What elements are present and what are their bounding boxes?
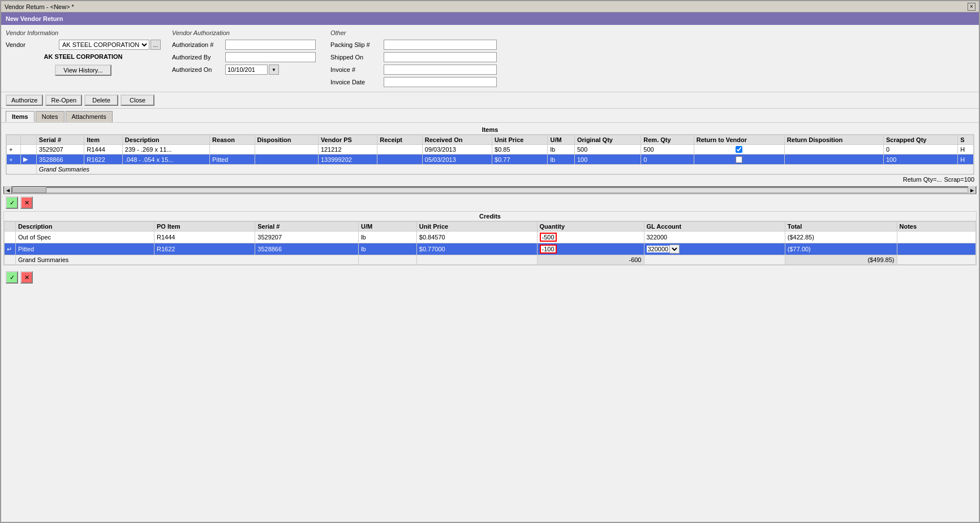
cell-s1: H xyxy=(958,145,974,155)
header-bar: New Vendor Return xyxy=(1,12,979,25)
view-history-button[interactable]: View History... xyxy=(55,65,111,76)
col-disposition: Disposition xyxy=(255,135,318,145)
authorized-on-label: Authorized On xyxy=(172,66,223,73)
items-edit-buttons: ✓ ✕ xyxy=(1,194,979,211)
col-reason: Reason xyxy=(210,135,255,145)
authorize-button[interactable]: Authorize xyxy=(6,95,43,106)
items-table-container[interactable]: Serial # Item Description Reason Disposi… xyxy=(6,134,974,175)
credit-unit-price2: $0.77000 xyxy=(416,243,537,255)
close-button[interactable]: Close xyxy=(121,95,154,106)
col-serial: Serial # xyxy=(36,135,84,145)
window-title: Vendor Return - <New> * xyxy=(5,3,74,10)
title-bar: Vendor Return - <New> * × xyxy=(1,1,979,12)
authorized-on-input[interactable] xyxy=(225,65,268,75)
cell-expand2b[interactable]: ▶ xyxy=(21,155,37,165)
credit-quantity2: -100 xyxy=(537,243,644,255)
cell-s2: H xyxy=(958,155,974,165)
scroll-left-button[interactable]: ◀ xyxy=(4,186,12,194)
credit-desc1: Out of Spec xyxy=(16,232,154,243)
scrollbar-thumb[interactable] xyxy=(12,187,46,193)
cell-um2: lb xyxy=(548,155,575,165)
confirm-credits-button[interactable]: ✓ xyxy=(6,271,18,284)
cell-return-vendor1[interactable] xyxy=(694,145,784,155)
re-open-button[interactable]: Re-Open xyxy=(45,95,82,106)
credit-serial2: 3528866 xyxy=(255,243,359,255)
packing-slip-input[interactable] xyxy=(384,40,497,50)
col-received-on: Received On xyxy=(422,135,492,145)
credit-quantity-box1: -500 xyxy=(540,233,557,242)
col-desc: Description xyxy=(16,222,154,232)
date-picker-button[interactable]: ▼ xyxy=(269,65,279,75)
credit-edit-icon1 xyxy=(5,232,16,243)
packing-slip-label: Packing Slip # xyxy=(330,41,381,48)
cell-scrapped2: 100 xyxy=(883,155,957,165)
authorized-by-label: Authorized By xyxy=(172,54,223,61)
cancel-credits-button[interactable]: ✕ xyxy=(20,271,33,284)
other-label: Other xyxy=(330,29,500,36)
col-edit-icon xyxy=(5,222,16,232)
cell-return-vendor2[interactable] xyxy=(694,155,784,165)
credit-um1: lb xyxy=(358,232,416,243)
scrollbar-track[interactable] xyxy=(12,187,968,193)
tab-attachments[interactable]: Attachments xyxy=(66,111,113,122)
cancel-items-button[interactable]: ✕ xyxy=(20,196,33,209)
col-receipt: Receipt xyxy=(377,135,422,145)
grand-summaries-row: Grand Summaries xyxy=(7,165,974,174)
col-um: U/M xyxy=(548,135,575,145)
cell-expand1[interactable]: + xyxy=(7,145,21,155)
return-vendor-checkbox1[interactable] xyxy=(736,146,742,153)
credits-grand-qty: -600 xyxy=(537,255,644,265)
tab-items[interactable]: Items xyxy=(6,111,35,122)
confirm-credits-icon: ✓ xyxy=(10,274,15,281)
col-return-vendor: Return to Vendor xyxy=(694,135,784,145)
main-content: Items Serial # Item Description Reason D… xyxy=(1,123,979,522)
cell-desc1: 239 - .269 x 11... xyxy=(122,145,209,155)
invoice-date-label: Invoice Date xyxy=(330,79,381,85)
cell-serial1: 3529207 xyxy=(36,145,84,155)
horizontal-scrollbar[interactable]: ◀ ▶ xyxy=(3,186,977,194)
confirm-icon: ✓ xyxy=(10,199,15,207)
confirm-items-button[interactable]: ✓ xyxy=(6,196,18,209)
credit-edit-icon2: ↵ xyxy=(5,243,16,255)
credit-gl-dropdown2: 320000 ▼ xyxy=(647,245,783,254)
col-credit-um: U/M xyxy=(358,222,416,232)
scroll-right-button[interactable]: ▶ xyxy=(968,186,976,194)
auth-num-row: Authorization # xyxy=(172,40,319,50)
auth-num-input[interactable] xyxy=(225,40,316,50)
cell-vendor-ps1: 121212 xyxy=(318,145,377,155)
close-window-button[interactable]: × xyxy=(968,3,975,11)
items-table-row: + ▶ 3528866 R1622 .048 - .054 x 15... Pi… xyxy=(7,155,974,165)
credits-label: Credits xyxy=(4,212,976,221)
vendor-picker-button[interactable]: ... xyxy=(151,40,161,50)
credit-gl-account1: 322000 xyxy=(644,232,785,243)
cell-reason2: Pitted xyxy=(210,155,255,165)
vendor-dropdown: AK STEEL CORPORATION ... xyxy=(59,40,161,50)
credit-gl-select2[interactable]: ▼ xyxy=(669,245,680,254)
vendor-field-row: Vendor AK STEEL CORPORATION ... xyxy=(6,40,161,50)
invoice-num-input[interactable] xyxy=(384,65,497,75)
grand-summaries-label: Grand Summaries xyxy=(36,165,973,174)
credits-edit-buttons: ✓ ✕ xyxy=(1,269,979,286)
cell-um1: lb xyxy=(548,145,575,155)
cell-return-disp1 xyxy=(784,145,883,155)
col-description: Description xyxy=(122,135,209,145)
cell-unit-price2: $0.77 xyxy=(492,155,548,165)
credit-quantity-box2: -100 xyxy=(540,245,557,254)
credit-gl-account2[interactable]: 320000 ▼ xyxy=(644,243,785,255)
cell-expand2[interactable]: + xyxy=(7,155,21,165)
vendor-section: Vendor Information Vendor AK STEEL CORPO… xyxy=(1,25,979,92)
main-window: Vendor Return - <New> * × New Vendor Ret… xyxy=(0,0,980,523)
shipped-on-input[interactable] xyxy=(384,52,497,62)
return-qty-bar: Return Qty=... Scrap=100 xyxy=(3,175,977,184)
delete-button[interactable]: Delete xyxy=(84,95,118,106)
col-credit-serial: Serial # xyxy=(255,222,359,232)
col-return-disp: Return Disposition xyxy=(784,135,883,145)
credit-total1: ($422.85) xyxy=(785,232,897,243)
invoice-date-input[interactable] xyxy=(384,77,497,87)
vendor-select[interactable]: AK STEEL CORPORATION xyxy=(59,40,149,50)
tab-notes[interactable]: Notes xyxy=(36,111,65,122)
cell-expand1b xyxy=(21,145,37,155)
authorized-by-input[interactable] xyxy=(225,52,316,62)
return-vendor-checkbox2[interactable] xyxy=(736,156,742,163)
cancel-icon: ✕ xyxy=(24,199,29,207)
